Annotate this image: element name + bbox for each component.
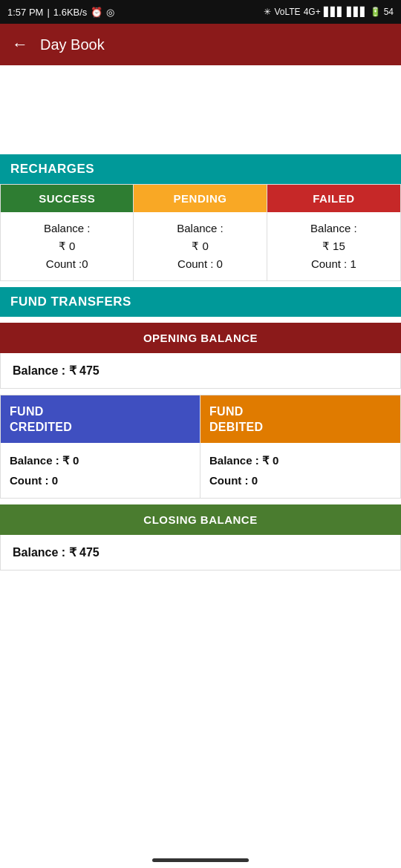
closing-balance-value: Balance : ₹ 475 bbox=[0, 535, 401, 571]
fund-debited-balance: Balance : ₹ 0 bbox=[209, 450, 391, 470]
recharge-card-success: SUCCESS Balance :₹ 0 Count :0 bbox=[1, 185, 134, 280]
fund-grid: FUNDCREDITED Balance : ₹ 0 Count : 0 FUN… bbox=[0, 395, 401, 499]
fund-credited-label: FUNDCREDITED bbox=[1, 395, 200, 443]
app-bar: ← Day Book bbox=[0, 24, 401, 65]
recharge-card-failed: FAILED Balance :₹ 15 Count : 1 bbox=[267, 185, 400, 280]
success-count: Count :0 bbox=[44, 255, 91, 273]
fund-credited-count: Count : 0 bbox=[10, 470, 191, 490]
signal-bars-2: ▋▋▋ bbox=[347, 7, 367, 17]
volte-icon: VoLTE bbox=[274, 7, 300, 17]
status-speed: 1.6KB/s bbox=[53, 7, 88, 18]
status-right: ✳ VoLTE 4G+ ▋▋▋ ▋▋▋ 🔋 54 bbox=[264, 7, 394, 17]
main-content: RECHARGES SUCCESS Balance :₹ 0 Count :0 … bbox=[0, 154, 401, 615]
pending-balance: Balance :₹ 0 bbox=[177, 220, 224, 255]
pending-info: Balance :₹ 0 Count : 0 bbox=[172, 212, 228, 280]
fund-credited-info: Balance : ₹ 0 Count : 0 bbox=[1, 443, 200, 498]
recharges-section: RECHARGES SUCCESS Balance :₹ 0 Count :0 … bbox=[0, 154, 401, 281]
bluetooth-icon: ✳ bbox=[264, 7, 271, 17]
signal-icon: 4G+ bbox=[304, 7, 321, 17]
status-bar: 1:57 PM | 1.6KB/s ⏰ ◎ ✳ VoLTE 4G+ ▋▋▋ ▋▋… bbox=[0, 0, 401, 24]
battery-level: 54 bbox=[384, 7, 394, 17]
home-indicator bbox=[152, 858, 249, 862]
signal-bars-1: ▋▋▋ bbox=[324, 7, 344, 17]
bottom-bar bbox=[0, 832, 401, 868]
status-left: 1:57 PM | 1.6KB/s ⏰ ◎ bbox=[7, 7, 114, 18]
failed-info: Balance :₹ 15 Count : 1 bbox=[306, 212, 362, 280]
whatsapp-icon: ◎ bbox=[106, 7, 114, 18]
page-title: Day Book bbox=[40, 36, 105, 53]
success-balance: Balance :₹ 0 bbox=[44, 220, 91, 255]
success-label: SUCCESS bbox=[1, 185, 133, 212]
failed-label: FAILED bbox=[267, 185, 400, 212]
opening-balance-block: OPENING BALANCE Balance : ₹ 475 bbox=[0, 323, 401, 389]
fund-transfers-header: FUND TRANSFERS bbox=[0, 287, 401, 317]
fund-debited-label: FUNDDEBITED bbox=[200, 395, 400, 443]
back-button[interactable]: ← bbox=[12, 35, 28, 54]
opening-balance-value: Balance : ₹ 475 bbox=[0, 353, 401, 389]
failed-balance: Balance :₹ 15 bbox=[310, 220, 357, 255]
recharge-card-pending: PENDING Balance :₹ 0 Count : 0 bbox=[134, 185, 267, 280]
fund-credited-card: FUNDCREDITED Balance : ₹ 0 Count : 0 bbox=[1, 395, 200, 498]
fund-debited-count: Count : 0 bbox=[209, 470, 391, 490]
status-time: 1:57 PM bbox=[7, 7, 43, 18]
recharges-header: RECHARGES bbox=[0, 154, 401, 184]
pending-count: Count : 0 bbox=[177, 255, 224, 273]
top-spacer bbox=[0, 65, 401, 154]
success-info: Balance :₹ 0 Count :0 bbox=[39, 212, 95, 280]
recharges-grid: SUCCESS Balance :₹ 0 Count :0 PENDING Ba… bbox=[0, 184, 401, 281]
closing-balance-label: CLOSING BALANCE bbox=[0, 504, 401, 535]
closing-balance-block: CLOSING BALANCE Balance : ₹ 475 bbox=[0, 504, 401, 571]
clock-icon: ⏰ bbox=[91, 7, 102, 18]
pending-label: PENDING bbox=[134, 185, 266, 212]
opening-balance-label: OPENING BALANCE bbox=[0, 323, 401, 353]
fund-debited-info: Balance : ₹ 0 Count : 0 bbox=[200, 443, 400, 498]
battery-icon: 🔋 bbox=[370, 7, 381, 17]
failed-count: Count : 1 bbox=[310, 255, 357, 273]
fund-transfers-section: FUND TRANSFERS OPENING BALANCE Balance :… bbox=[0, 287, 401, 571]
fund-debited-card: FUNDDEBITED Balance : ₹ 0 Count : 0 bbox=[200, 395, 400, 498]
status-network: | bbox=[47, 7, 49, 18]
fund-credited-balance: Balance : ₹ 0 bbox=[10, 450, 191, 470]
